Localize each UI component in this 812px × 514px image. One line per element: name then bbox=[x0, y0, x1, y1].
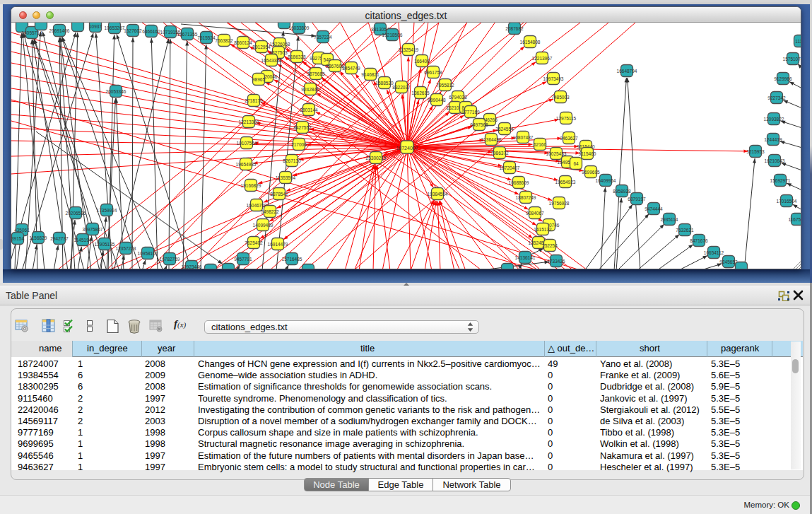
svg-text:16671355: 16671355 bbox=[177, 32, 198, 37]
svg-text:8878542: 8878542 bbox=[270, 192, 288, 197]
svg-text:1244419: 1244419 bbox=[764, 137, 782, 142]
svg-text:25300215: 25300215 bbox=[366, 156, 387, 160]
svg-text:15716485: 15716485 bbox=[282, 257, 302, 262]
svg-text:10653267: 10653267 bbox=[105, 25, 125, 30]
svg-text:7515524: 7515524 bbox=[197, 35, 216, 40]
svg-text:11353594: 11353594 bbox=[276, 175, 296, 180]
svg-text:9777169: 9777169 bbox=[461, 110, 480, 115]
svg-text:18724007: 18724007 bbox=[396, 146, 418, 151]
svg-text:12975115: 12975115 bbox=[556, 116, 577, 121]
svg-text:9699695: 9699695 bbox=[582, 170, 600, 175]
svg-text:19166829: 19166829 bbox=[241, 183, 261, 188]
svg-text:19384554: 19384554 bbox=[428, 192, 448, 197]
svg-text:1615132: 1615132 bbox=[534, 227, 552, 232]
svg-text:20206536: 20206536 bbox=[66, 211, 86, 216]
svg-text:19756928: 19756928 bbox=[549, 201, 570, 206]
svg-text:10107554: 10107554 bbox=[237, 141, 257, 146]
svg-text:10937: 10937 bbox=[89, 24, 102, 29]
svg-text:7986372: 7986372 bbox=[490, 151, 509, 156]
svg-text:10654112: 10654112 bbox=[704, 250, 724, 255]
svg-text:435061: 435061 bbox=[14, 228, 30, 233]
svg-text:8990448: 8990448 bbox=[428, 98, 446, 103]
svg-text:21364436: 21364436 bbox=[481, 137, 502, 142]
svg-text:64: 64 bbox=[573, 161, 579, 166]
svg-text:17016504: 17016504 bbox=[777, 199, 797, 204]
svg-text:19218506: 19218506 bbox=[382, 33, 403, 37]
svg-text:8471676: 8471676 bbox=[690, 238, 708, 243]
svg-text:2087682: 2087682 bbox=[505, 26, 524, 31]
svg-text:19654985: 19654985 bbox=[236, 162, 257, 167]
svg-text:16154808: 16154808 bbox=[520, 40, 541, 45]
svg-text:3215953: 3215953 bbox=[746, 149, 765, 154]
svg-text:16033809: 16033809 bbox=[289, 25, 310, 30]
svg-text:14136141: 14136141 bbox=[515, 255, 536, 260]
svg-text:16210643: 16210643 bbox=[765, 158, 785, 163]
svg-text:7625402: 7625402 bbox=[245, 240, 263, 245]
svg-text:166409: 166409 bbox=[414, 59, 430, 64]
svg-text:9245652: 9245652 bbox=[719, 259, 738, 264]
svg-text:16914479: 16914479 bbox=[268, 242, 288, 247]
svg-text:2867608: 2867608 bbox=[326, 64, 344, 69]
svg-text:8427552: 8427552 bbox=[293, 125, 312, 130]
svg-text:2803144: 2803144 bbox=[300, 107, 318, 112]
svg-text:15720407: 15720407 bbox=[500, 165, 520, 170]
svg-text:39154: 39154 bbox=[11, 236, 24, 241]
svg-text:6961758: 6961758 bbox=[424, 70, 442, 75]
svg-text:17359924: 17359924 bbox=[97, 208, 117, 213]
svg-text:9242845: 9242845 bbox=[301, 87, 319, 92]
svg-text:217006: 217006 bbox=[291, 142, 307, 147]
svg-text:7955812: 7955812 bbox=[436, 83, 454, 88]
svg-text:9457791: 9457791 bbox=[234, 257, 252, 262]
svg-text:19654923: 19654923 bbox=[555, 180, 576, 185]
svg-text:9463627: 9463627 bbox=[560, 136, 578, 141]
svg-text:12213967: 12213967 bbox=[532, 56, 553, 61]
svg-text:8267130: 8267130 bbox=[283, 158, 301, 163]
svg-text:2718176: 2718176 bbox=[245, 98, 263, 103]
svg-text:1112: 1112 bbox=[795, 39, 801, 44]
svg-text:252254: 252254 bbox=[542, 243, 558, 248]
svg-text:5498222: 5498222 bbox=[261, 209, 279, 214]
svg-text:16543382: 16543382 bbox=[261, 58, 282, 63]
svg-text:6794028: 6794028 bbox=[449, 95, 467, 100]
svg-text:17357223: 17357223 bbox=[116, 246, 136, 251]
svg-text:9474444: 9474444 bbox=[645, 206, 663, 211]
svg-text:7663822: 7663822 bbox=[215, 38, 233, 43]
svg-text:8322037: 8322037 bbox=[392, 85, 411, 90]
svg-text:6466160: 6466160 bbox=[142, 29, 160, 34]
svg-text:10688609: 10688609 bbox=[509, 180, 529, 185]
svg-text:16782759: 16782759 bbox=[160, 257, 180, 262]
svg-text:39975867: 39975867 bbox=[83, 227, 103, 232]
svg-text:1362615: 1362615 bbox=[411, 90, 430, 95]
svg-text:10973493: 10973493 bbox=[543, 76, 564, 81]
svg-text:1156829: 1156829 bbox=[30, 235, 47, 240]
svg-text:9129966: 9129966 bbox=[774, 76, 792, 81]
svg-text:15692971: 15692971 bbox=[770, 178, 791, 183]
svg-text:20053346: 20053346 bbox=[106, 89, 126, 94]
svg-text:11325419: 11325419 bbox=[399, 47, 419, 52]
svg-text:3875685: 3875685 bbox=[307, 71, 325, 76]
svg-text:8454749: 8454749 bbox=[342, 66, 360, 71]
svg-text:1145194: 1145194 bbox=[74, 238, 92, 243]
svg-text:12213389: 12213389 bbox=[239, 119, 259, 124]
svg-text:7485003: 7485003 bbox=[551, 95, 570, 100]
svg-text:1588520: 1588520 bbox=[375, 81, 394, 86]
svg-text:14099489: 14099489 bbox=[253, 223, 273, 228]
svg-text:8912954: 8912954 bbox=[252, 45, 271, 49]
svg-text:7357224: 7357224 bbox=[314, 35, 332, 40]
svg-text:8660124: 8660124 bbox=[234, 40, 252, 45]
svg-text:16046768: 16046768 bbox=[247, 203, 267, 208]
svg-text:9227342: 9227342 bbox=[767, 95, 786, 100]
svg-text:12923446: 12923446 bbox=[182, 264, 202, 269]
svg-text:98965: 98965 bbox=[252, 77, 265, 82]
svg-text:7632621: 7632621 bbox=[676, 228, 694, 233]
svg-text:16409954: 16409954 bbox=[596, 178, 616, 183]
svg-text:1167533: 1167533 bbox=[789, 217, 801, 222]
svg-text:18807249: 18807249 bbox=[516, 195, 536, 200]
svg-text:6879197: 6879197 bbox=[628, 197, 646, 201]
svg-text:15751074: 15751074 bbox=[783, 57, 801, 62]
svg-text:1733426: 1733426 bbox=[547, 259, 565, 264]
svg-text:6497568: 6497568 bbox=[470, 122, 488, 127]
svg-text:16648794: 16648794 bbox=[617, 69, 637, 74]
svg-text:15226058: 15226058 bbox=[270, 42, 290, 47]
svg-text:8958928: 8958928 bbox=[613, 189, 631, 194]
